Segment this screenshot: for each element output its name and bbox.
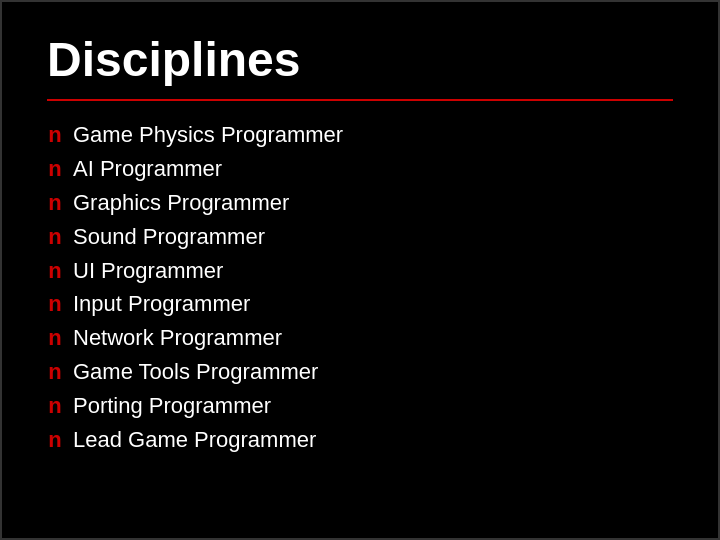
list-item: nLead Game Programmer xyxy=(47,424,673,456)
disciplines-list: nGame Physics ProgrammernAI ProgrammernG… xyxy=(47,119,673,456)
bullet-icon: n xyxy=(47,187,63,219)
list-item: nSound Programmer xyxy=(47,221,673,253)
item-label: Porting Programmer xyxy=(73,390,271,422)
item-label: Graphics Programmer xyxy=(73,187,289,219)
list-item: nGame Physics Programmer xyxy=(47,119,673,151)
bullet-icon: n xyxy=(47,356,63,388)
list-item: nUI Programmer xyxy=(47,255,673,287)
item-label: Network Programmer xyxy=(73,322,282,354)
item-label: AI Programmer xyxy=(73,153,222,185)
title-divider xyxy=(47,99,673,101)
bullet-icon: n xyxy=(47,255,63,287)
item-label: Input Programmer xyxy=(73,288,250,320)
slide: Disciplines nGame Physics ProgrammernAI … xyxy=(0,0,720,540)
bullet-icon: n xyxy=(47,221,63,253)
bullet-icon: n xyxy=(47,119,63,151)
bullet-icon: n xyxy=(47,322,63,354)
list-item: nGraphics Programmer xyxy=(47,187,673,219)
bullet-icon: n xyxy=(47,153,63,185)
item-label: UI Programmer xyxy=(73,255,223,287)
list-item: nInput Programmer xyxy=(47,288,673,320)
list-item: nGame Tools Programmer xyxy=(47,356,673,388)
list-item: nAI Programmer xyxy=(47,153,673,185)
bullet-icon: n xyxy=(47,390,63,422)
slide-title: Disciplines xyxy=(47,32,673,87)
item-label: Lead Game Programmer xyxy=(73,424,316,456)
item-label: Sound Programmer xyxy=(73,221,265,253)
item-label: Game Physics Programmer xyxy=(73,119,343,151)
item-label: Game Tools Programmer xyxy=(73,356,318,388)
bullet-icon: n xyxy=(47,424,63,456)
list-item: nPorting Programmer xyxy=(47,390,673,422)
list-item: nNetwork Programmer xyxy=(47,322,673,354)
bullet-icon: n xyxy=(47,288,63,320)
